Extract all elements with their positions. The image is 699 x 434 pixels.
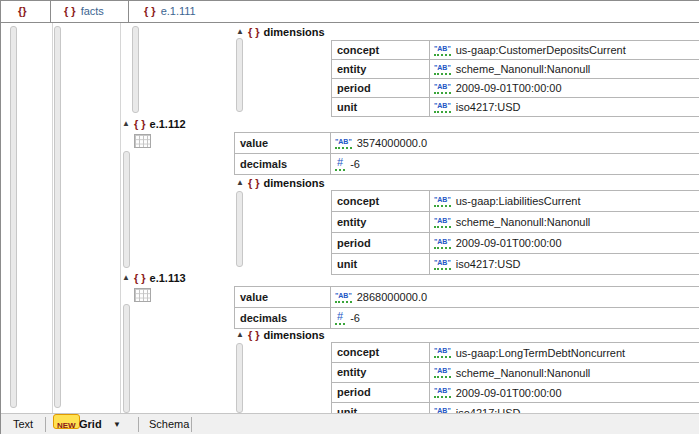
column-divider — [120, 23, 121, 413]
extent-bar-e1112-dimensions[interactable] — [236, 191, 243, 267]
value-cell[interactable]: "AB"2868000000.0 — [331, 287, 699, 307]
table-mode-icon[interactable] — [134, 288, 151, 302]
value-cell[interactable]: #-6 — [331, 308, 699, 328]
string-type-icon: "AB" — [434, 217, 451, 228]
extent-bar-e1113[interactable] — [123, 304, 130, 413]
node-label[interactable]: dimensions — [264, 329, 325, 341]
cell-text: 2009-09-01T00:00:00 — [456, 237, 562, 249]
cell-text: 3574000000.0 — [357, 137, 427, 149]
table-row: period"AB"2009-09-01T00:00:00 — [332, 383, 699, 403]
collapse-arrow-icon[interactable]: ▲ — [236, 327, 244, 343]
tab-separator — [138, 417, 139, 432]
key-cell[interactable]: period — [332, 383, 430, 402]
tab-schema[interactable]: Schema — [149, 414, 189, 434]
key-cell[interactable]: period — [332, 79, 430, 97]
key-cell[interactable]: unit — [332, 98, 430, 116]
number-type-icon: # — [335, 311, 345, 325]
header-cell-root[interactable]: {} — [1, 1, 51, 22]
grid-dropdown-icon[interactable]: ▼ — [113, 414, 121, 434]
dimensions-table-e1112: concept"AB"us-gaap:LiabilitiesCurrent en… — [331, 190, 699, 275]
value-cell[interactable]: "AB"iso4217:USD — [430, 98, 699, 116]
tab-grid[interactable]: Grid — [79, 414, 102, 434]
header-cell-facts[interactable]: { }facts — [51, 1, 129, 22]
value-cell[interactable]: #-6 — [331, 154, 699, 174]
extent-bar-e1113-dimensions[interactable] — [236, 343, 243, 413]
node-label[interactable]: e.1.112 — [150, 118, 186, 130]
table-mode-icon[interactable] — [134, 134, 151, 148]
node-header-e1113: ▲ { } e.1.113 — [122, 270, 186, 286]
table-row: decimals#-6 — [235, 154, 699, 175]
node-label[interactable]: e.1.113 — [150, 272, 186, 284]
table-row: unit"AB"iso4217:USD — [332, 403, 699, 413]
cell-text: iso4217:USD — [456, 101, 521, 113]
extent-bar-facts[interactable] — [54, 26, 61, 408]
cell-text: us-gaap:CustomerDepositsCurrent — [456, 44, 626, 56]
key-cell[interactable]: concept — [332, 191, 430, 211]
header-cell-e1111[interactable]: { }e.1.111 — [129, 1, 699, 22]
value-cell[interactable]: "AB"2009-09-01T00:00:00 — [430, 233, 699, 253]
string-type-icon: "AB" — [434, 387, 451, 398]
key-cell[interactable]: concept — [332, 41, 430, 59]
json-grid-view: {} { }facts { }e.1.111 ▲ { } dimensions … — [0, 0, 699, 434]
value-cell[interactable]: "AB"us-gaap:CustomerDepositsCurrent — [430, 41, 699, 59]
table-row: decimals#-6 — [235, 308, 699, 329]
key-cell[interactable]: decimals — [235, 154, 331, 174]
value-cell[interactable]: "AB"iso4217:USD — [430, 403, 699, 413]
object-braces-icon: {} — [18, 5, 27, 17]
value-cell[interactable]: "AB"2009-09-01T00:00:00 — [430, 383, 699, 402]
number-type-icon: # — [335, 157, 345, 171]
value-cell[interactable]: "AB"2009-09-01T00:00:00 — [430, 79, 699, 97]
key-cell[interactable]: value — [235, 287, 331, 307]
key-cell[interactable]: concept — [332, 343, 430, 362]
collapse-arrow-icon[interactable]: ▲ — [236, 175, 244, 191]
string-type-icon: "AB" — [434, 45, 451, 56]
value-cell[interactable]: "AB"iso4217:USD — [430, 254, 699, 274]
key-cell[interactable]: entity — [332, 212, 430, 232]
value-cell[interactable]: "AB"us-gaap:LongTermDebtNoncurrent — [430, 343, 699, 362]
value-cell[interactable]: "AB"scheme_Nanonull:Nanonull — [430, 212, 699, 232]
tab-separator — [191, 417, 192, 432]
cell-text: -6 — [350, 312, 360, 324]
collapse-arrow-icon[interactable]: ▲ — [122, 116, 130, 132]
tab-text[interactable]: Text — [13, 414, 33, 434]
value-cell[interactable]: "AB"us-gaap:LiabilitiesCurrent — [430, 191, 699, 211]
extent-bar-e1111-dimensions[interactable] — [236, 38, 243, 112]
value-cell[interactable]: "AB"scheme_Nanonull:Nanonull — [430, 363, 699, 382]
string-type-icon: "AB" — [434, 259, 451, 270]
table-row: entity"AB"scheme_Nanonull:Nanonull — [332, 60, 699, 79]
extent-bar-e1112[interactable] — [123, 151, 130, 268]
key-cell[interactable]: unit — [332, 254, 430, 274]
key-cell[interactable]: decimals — [235, 308, 331, 328]
collapse-arrow-icon[interactable]: ▲ — [122, 270, 130, 286]
extent-bar-root[interactable] — [10, 26, 17, 408]
object-braces-icon: { } — [248, 177, 260, 189]
string-type-icon: "AB" — [434, 102, 451, 113]
table-row: concept"AB"us-gaap:CustomerDepositsCurre… — [332, 41, 699, 60]
key-cell[interactable]: unit — [332, 403, 430, 413]
key-cell[interactable]: entity — [332, 363, 430, 382]
key-cell[interactable]: period — [332, 233, 430, 253]
node-label[interactable]: dimensions — [264, 177, 325, 189]
collapse-arrow-icon[interactable]: ▲ — [236, 24, 244, 40]
key-cell[interactable]: entity — [332, 60, 430, 78]
dimensions-table-e1113: concept"AB"us-gaap:LongTermDebtNoncurren… — [331, 342, 699, 413]
table-row: period"AB"2009-09-01T00:00:00 — [332, 233, 699, 254]
object-braces-icon: { } — [248, 329, 260, 341]
header-label-facts: facts — [81, 5, 104, 17]
key-cell[interactable]: value — [235, 133, 331, 153]
value-cell[interactable]: "AB"scheme_Nanonull:Nanonull — [430, 60, 699, 78]
table-row: value"AB"2868000000.0 — [235, 287, 699, 308]
node-label[interactable]: dimensions — [264, 26, 325, 38]
object-braces-icon: { } — [144, 5, 156, 17]
cell-text: scheme_Nanonull:Nanonull — [456, 216, 591, 228]
table-row: concept"AB"us-gaap:LiabilitiesCurrent — [332, 191, 699, 212]
value-cell[interactable]: "AB"3574000000.0 — [331, 133, 699, 153]
cell-text: 2868000000.0 — [357, 291, 427, 303]
view-tab-bar: Text NEW Grid ▼ Schema — [1, 413, 699, 434]
string-type-icon: "AB" — [335, 292, 352, 303]
string-type-icon: "AB" — [434, 238, 451, 249]
object-braces-icon: { } — [134, 118, 146, 130]
header-label-e1111: e.1.111 — [161, 5, 196, 17]
string-type-icon: "AB" — [434, 64, 451, 75]
extent-bar-e1111[interactable] — [132, 26, 139, 113]
